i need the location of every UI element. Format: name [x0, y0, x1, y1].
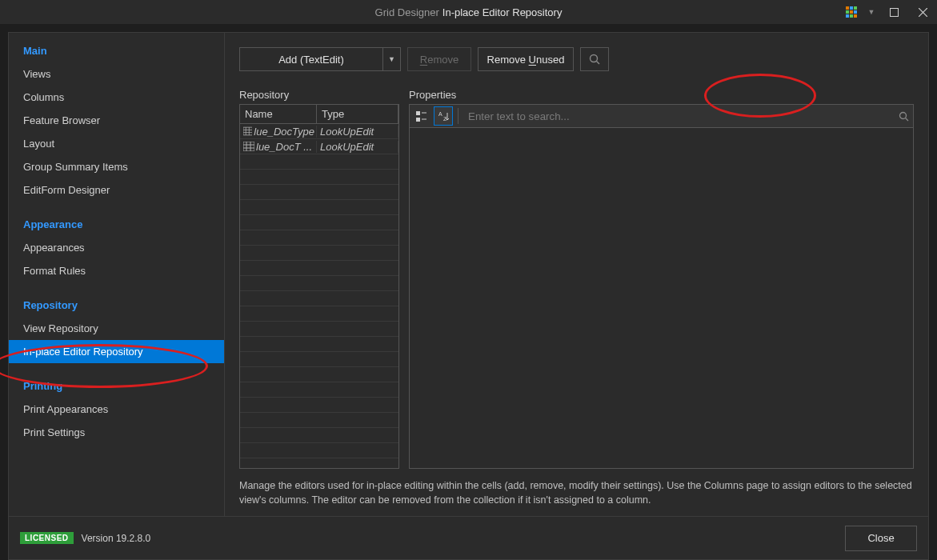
sidebar-item-print-appearances[interactable]: Print Appearances — [9, 398, 224, 421]
svg-rect-24 — [416, 111, 420, 115]
table-row-empty — [240, 413, 398, 428]
svg-rect-26 — [416, 118, 420, 122]
svg-line-13 — [597, 62, 600, 65]
remove-button: Remove — [407, 47, 471, 71]
sidebar-item-group-summary[interactable]: Group Summary Items — [9, 155, 224, 178]
help-text: Manage the editors used for in-place edi… — [239, 478, 914, 509]
title-main: In-place Editor Repository — [442, 6, 563, 18]
app-grid-icon[interactable] — [839, 0, 863, 24]
properties-panel: Properties AZ — [409, 89, 914, 469]
sidebar-item-inplace-editor-repo[interactable]: In-place Editor Repository — [9, 340, 224, 363]
svg-rect-9 — [890, 8, 898, 16]
sidebar-item-appearances[interactable]: Appearances — [9, 236, 224, 259]
svg-point-12 — [591, 55, 598, 62]
footer-bar: LICENSED Version 19.2.8.0 Close — [8, 517, 929, 560]
cell-type: LookUpEdit — [317, 126, 398, 138]
column-header-name[interactable]: Name — [240, 105, 317, 123]
close-window-button[interactable] — [908, 0, 937, 24]
table-row-empty — [240, 382, 398, 398]
repository-label: Repository — [239, 89, 399, 101]
svg-rect-14 — [243, 127, 252, 135]
title-prefix: Grid Designer — [375, 6, 439, 18]
sidebar-item-layout[interactable]: Layout — [9, 132, 224, 155]
table-row[interactable]: lue_DocTypeLookUpEdit — [240, 124, 398, 139]
svg-rect-6 — [846, 14, 849, 18]
sidebar-section-header: Main — [9, 39, 224, 62]
svg-rect-1 — [850, 6, 853, 10]
maximize-button[interactable] — [879, 0, 908, 24]
remove-unused-button[interactable]: Remove Unused — [478, 47, 574, 71]
content-area: Add (TextEdit) ▼ Remove Remove Unused Re… — [225, 33, 928, 516]
svg-line-32 — [905, 118, 908, 121]
table-row-empty — [240, 337, 398, 352]
version-text: Version 19.2.8.0 — [82, 533, 151, 544]
sidebar-section-header: Appearance — [9, 213, 224, 236]
sidebar-item-view-repository[interactable]: View Repository — [9, 317, 224, 340]
cell-name: lue_DocType — [240, 126, 317, 138]
table-row-empty — [240, 443, 398, 458]
search-icon — [589, 54, 600, 65]
close-button[interactable]: Close — [845, 526, 917, 551]
table-row-empty — [240, 230, 398, 246]
table-row-empty — [240, 154, 398, 170]
properties-search-input[interactable] — [462, 105, 894, 127]
sidebar: MainViewsColumnsFeature BrowserLayoutGro… — [9, 33, 225, 516]
svg-rect-2 — [854, 6, 857, 10]
search-button[interactable] — [580, 47, 609, 71]
sidebar-item-views[interactable]: Views — [9, 62, 224, 86]
svg-text:A: A — [438, 111, 442, 117]
toolbar: Add (TextEdit) ▼ Remove Remove Unused — [239, 47, 914, 71]
repository-table[interactable]: Name Type lue_DocTypeLookUpEditlue_DocT … — [239, 104, 399, 469]
license-badge: LICENSED — [20, 532, 74, 544]
add-button[interactable]: Add (TextEdit) — [239, 47, 383, 71]
svg-text:Z: Z — [443, 116, 447, 122]
table-row-empty — [240, 246, 398, 261]
add-dropdown-button[interactable]: ▼ — [383, 47, 401, 71]
svg-rect-0 — [846, 6, 849, 10]
table-row-empty — [240, 170, 398, 185]
svg-rect-7 — [850, 14, 853, 18]
sidebar-item-print-settings[interactable]: Print Settings — [9, 421, 224, 444]
svg-point-31 — [899, 112, 906, 118]
table-row-empty — [240, 322, 398, 337]
svg-rect-19 — [243, 142, 254, 151]
svg-rect-4 — [850, 10, 853, 14]
sidebar-item-columns[interactable]: Columns — [9, 86, 224, 109]
title-bar: Grid Designer In-place Editor Repository… — [0, 0, 937, 24]
table-row-empty — [240, 428, 398, 443]
table-row-empty — [240, 261, 398, 276]
search-icon[interactable] — [894, 111, 913, 122]
sidebar-section-header: Repository — [9, 294, 224, 317]
table-row-empty — [240, 352, 398, 367]
alphabetical-button[interactable]: AZ — [434, 106, 453, 126]
svg-rect-8 — [854, 14, 857, 18]
table-row-empty — [240, 215, 398, 230]
table-row-empty — [240, 306, 398, 322]
table-row-empty — [240, 200, 398, 215]
properties-label: Properties — [409, 89, 914, 101]
properties-body — [409, 128, 914, 469]
table-row-empty — [240, 291, 398, 306]
sidebar-item-feature-browser[interactable]: Feature Browser — [9, 109, 224, 132]
sidebar-section-header: Printing — [9, 374, 224, 398]
cell-type: LookUpEdit — [317, 141, 398, 153]
cell-name: lue_DocT ... — [240, 141, 317, 153]
sidebar-item-format-rules[interactable]: Format Rules — [9, 259, 224, 282]
table-row[interactable]: lue_DocT ...LookUpEdit — [240, 139, 398, 154]
app-dropdown-icon[interactable]: ▼ — [863, 0, 879, 24]
table-row-empty — [240, 398, 398, 413]
repository-panel: Repository Name Type lue_DocTypeLookUpEd… — [239, 89, 399, 469]
svg-rect-5 — [854, 10, 857, 14]
sidebar-item-editform[interactable]: EditForm Designer — [9, 178, 224, 202]
table-row-empty — [240, 185, 398, 200]
column-header-type[interactable]: Type — [317, 105, 398, 123]
table-row-empty — [240, 276, 398, 291]
svg-rect-3 — [846, 10, 849, 14]
table-row-empty — [240, 367, 398, 382]
categorized-button[interactable] — [411, 106, 430, 126]
